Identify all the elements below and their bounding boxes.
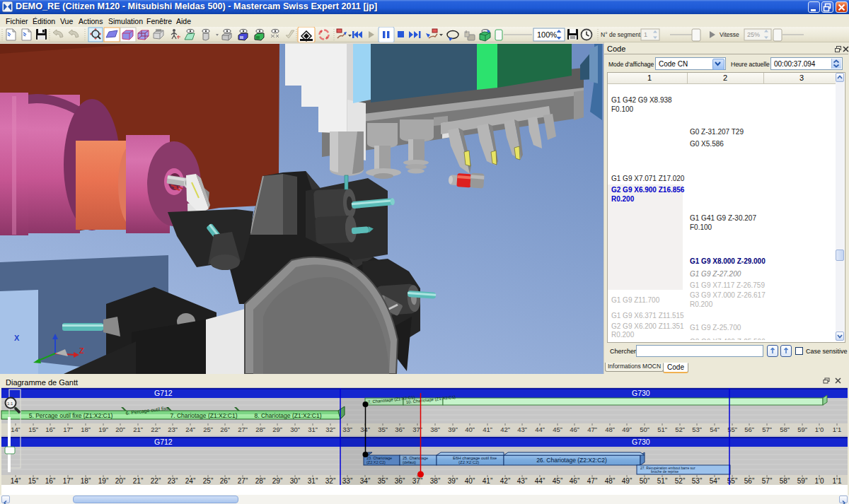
svg-text:24”: 24” [185, 426, 195, 433]
svg-text:17”: 17” [63, 426, 73, 433]
svg-text:16”: 16” [45, 477, 55, 485]
svg-text:55”: 55” [727, 477, 737, 485]
svg-text:17”: 17” [63, 477, 73, 485]
svg-text:28”: 28” [255, 477, 265, 485]
svg-text:31”: 31” [308, 426, 318, 433]
svg-text:22”: 22” [151, 426, 161, 433]
svg-text:1'0: 1'0 [815, 426, 824, 433]
svg-text:Vitesse: Vitesse [720, 31, 739, 38]
svg-text:25%: 25% [747, 31, 760, 38]
svg-text:G730: G730 [632, 389, 650, 397]
svg-text:16”: 16” [45, 426, 55, 433]
svg-text:50”: 50” [640, 426, 649, 433]
svg-text:40”: 40” [465, 477, 475, 485]
svg-text:21”: 21” [133, 426, 143, 433]
svg-text:47”: 47” [587, 426, 597, 433]
svg-text:43”: 43” [517, 426, 527, 433]
svg-text:54”: 54” [710, 477, 720, 485]
svg-text:43”: 43” [517, 477, 527, 485]
svg-text:G712: G712 [154, 438, 173, 446]
svg-text:23”: 23” [168, 477, 178, 485]
svg-text:8. Chariotage (Z1:X2:C1): 8. Chariotage (Z1:X2:C1) [255, 412, 322, 419]
svg-text:57”: 57” [762, 477, 772, 485]
svg-text:29”: 29” [272, 477, 282, 485]
svg-text:26. Chariotage (Z2:X2:C2): 26. Chariotage (Z2:X2:C2) [536, 457, 607, 464]
svg-text:14”: 14” [11, 477, 21, 485]
svg-text:49”: 49” [622, 477, 632, 485]
svg-text:42”: 42” [500, 426, 510, 433]
svg-text:(Z2:X2:C2): (Z2:X2:C2) [458, 460, 479, 464]
svg-text:48”: 48” [605, 477, 615, 485]
svg-text:20”: 20” [115, 477, 125, 485]
svg-text:30”: 30” [290, 477, 300, 485]
svg-text:26”: 26” [220, 477, 230, 485]
svg-text:55”: 55” [727, 426, 737, 433]
svg-text:47”: 47” [587, 477, 597, 485]
svg-text:5. Percage outil fixe (Z1:X2:: 5. Percage outil fixe (Z1:X2:C1) [29, 412, 113, 419]
svg-text:42”: 42” [500, 477, 510, 485]
svg-text:15”: 15” [28, 477, 38, 485]
svg-text:19”: 19” [98, 426, 108, 433]
svg-text:45”: 45” [553, 426, 562, 433]
svg-text:50”: 50” [640, 477, 649, 485]
svg-text:59”: 59” [797, 426, 807, 433]
svg-text:25”: 25” [203, 477, 213, 485]
svg-text:20”: 20” [115, 426, 125, 433]
svg-text:53”: 53” [692, 426, 702, 433]
svg-text:15”: 15” [28, 426, 38, 433]
svg-text:27”: 27” [238, 477, 248, 485]
svg-text:39”: 39” [448, 426, 458, 433]
svg-text:41”: 41” [483, 477, 492, 485]
svg-text:broche de reprise: broche de reprise [651, 469, 678, 474]
svg-text:31”: 31” [308, 477, 318, 485]
svg-text:54”: 54” [710, 426, 720, 433]
svg-text:19”: 19” [98, 477, 108, 485]
svg-text:X: X [14, 334, 20, 342]
svg-text:46”: 46” [570, 426, 579, 433]
svg-text:40”: 40” [465, 426, 475, 433]
svg-text:1'1: 1'1 [833, 426, 841, 433]
svg-text:1:1: 1:1 [7, 402, 13, 406]
svg-text:25”: 25” [203, 426, 213, 433]
svg-text:53”: 53” [692, 477, 702, 485]
svg-text:24”: 24” [185, 477, 195, 485]
svg-text:38”: 38” [430, 426, 440, 433]
svg-text:52”: 52” [675, 426, 685, 433]
svg-text:51”: 51” [657, 426, 667, 433]
svg-text:23”: 23” [168, 426, 178, 433]
svg-text:56”: 56” [744, 426, 754, 433]
svg-text:Z: Z [79, 346, 84, 355]
svg-text:100%: 100% [537, 30, 557, 39]
svg-text:1'0: 1'0 [814, 477, 824, 485]
svg-text:48”: 48” [605, 426, 615, 433]
svg-text:7. Chariotage (Z1:X2:C1): 7. Chariotage (Z1:X2:C1) [171, 412, 238, 419]
svg-text:52”: 52” [675, 477, 685, 485]
svg-text:39”: 39” [448, 477, 458, 485]
svg-text:28”: 28” [255, 426, 265, 433]
svg-text:57”: 57” [762, 426, 772, 433]
svg-text:N° de segment: N° de segment [601, 31, 641, 38]
svg-text:38”: 38” [430, 477, 440, 485]
svg-text:30”: 30” [290, 426, 300, 433]
svg-text:22”: 22” [151, 477, 161, 485]
svg-text:45”: 45” [553, 477, 562, 485]
svg-text:58”: 58” [780, 426, 790, 433]
svg-text:1: 1 [644, 31, 647, 38]
svg-text:18”: 18” [81, 477, 91, 485]
svg-text:41”: 41” [483, 426, 492, 433]
svg-text:14”: 14” [11, 426, 21, 433]
svg-text:26”: 26” [220, 426, 230, 433]
svg-text:G730: G730 [632, 438, 650, 446]
svg-text:44”: 44” [535, 477, 545, 485]
svg-text:27”: 27” [238, 426, 248, 433]
svg-text:18”: 18” [81, 426, 91, 433]
svg-text:21”: 21” [133, 477, 143, 485]
svg-text:49”: 49” [622, 426, 632, 433]
svg-text:32”: 32” [325, 426, 335, 433]
svg-text:G712: G712 [154, 389, 173, 397]
svg-text:Diagramme de Gantt: Diagramme de Gantt [6, 378, 78, 387]
svg-text:44”: 44” [535, 426, 545, 433]
svg-text:46”: 46” [570, 477, 579, 485]
svg-text:29”: 29” [272, 426, 282, 433]
svg-text:1'1: 1'1 [832, 477, 841, 485]
